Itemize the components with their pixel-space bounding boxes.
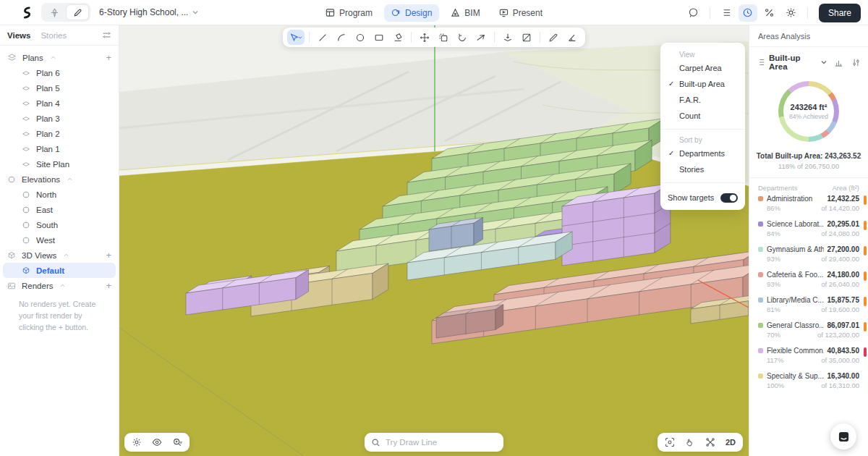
project-title-menu[interactable]: 6-Story High School, ...	[99, 7, 198, 17]
legend-list-icon	[757, 58, 765, 67]
menu-item-far[interactable]: F.A.R.	[660, 93, 745, 109]
select-mode-button[interactable]	[43, 4, 66, 20]
department-row[interactable]: Science Laborat...20,295.0184%of 24,080.…	[758, 220, 859, 237]
department-area-value: 86,097.01	[827, 321, 860, 329]
donut-chart: 243264 ft² 84% Achieved	[749, 74, 868, 145]
scenes-icon[interactable]	[701, 435, 720, 450]
measure-tool[interactable]	[545, 30, 562, 45]
angle-tool[interactable]	[563, 30, 581, 45]
tab-present[interactable]: Present	[492, 4, 550, 22]
chevron-up-icon[interactable]	[51, 56, 56, 59]
tab-label: Design	[405, 8, 432, 18]
metric-selector[interactable]: Built-up Area	[769, 54, 817, 71]
massing-model-3d[interactable]	[119, 25, 749, 456]
tab-program[interactable]: Program	[318, 4, 380, 22]
tree-item-default[interactable]: Default	[3, 263, 116, 278]
tab-bim[interactable]: BIM	[443, 4, 487, 22]
tree-item-plan-6[interactable]: Plan 6	[0, 65, 119, 80]
divider	[807, 7, 808, 19]
chevron-down-icon[interactable]	[821, 60, 827, 64]
menu-item-stories[interactable]: Stories	[660, 162, 745, 178]
copy-tool[interactable]	[435, 30, 452, 45]
tree-section-elevations[interactable]: Elevations	[0, 172, 119, 187]
tree-item-plan-5[interactable]: Plan 5	[0, 80, 119, 96]
tree-section-3d-views[interactable]: 3D Views+	[0, 248, 119, 263]
bar-chart-icon[interactable]	[834, 58, 843, 67]
settings-gear-icon[interactable]	[127, 435, 146, 450]
zoom-to-fit-icon[interactable]	[660, 435, 679, 450]
target-indicator	[864, 246, 867, 256]
rectangle-tool[interactable]	[370, 30, 388, 45]
arc-tool[interactable]	[333, 30, 350, 45]
tree-item-south[interactable]: South	[0, 217, 119, 232]
sidebar-header: Views Stories	[0, 25, 119, 46]
add-button[interactable]: +	[106, 250, 111, 261]
menu-item-count[interactable]: Count	[660, 109, 745, 124]
department-row[interactable]: Specialty & Sup...16,340.00100%of 16,310…	[758, 372, 859, 389]
rotate-tool[interactable]	[454, 30, 471, 45]
department-row[interactable]: Cafeteria & Foo...24,180.0093%of 26,040.…	[758, 271, 859, 288]
department-row[interactable]: Flexible Common...40,843.50117%of 35,000…	[758, 347, 859, 364]
command-search-input[interactable]	[386, 438, 497, 447]
sidebar-tab-views[interactable]: Views	[7, 31, 30, 40]
menu-item-departments[interactable]: Departments	[660, 146, 745, 162]
workspace-tabs: Program Design BIM Present	[318, 0, 550, 25]
add-button[interactable]: +	[106, 280, 111, 291]
tree-item-plan-4[interactable]: Plan 4	[0, 96, 119, 111]
chart-settings-icon[interactable]	[851, 58, 861, 67]
mirror-tool[interactable]	[472, 30, 490, 45]
tree-item-west[interactable]: West	[0, 232, 119, 248]
line-tool[interactable]	[314, 30, 331, 45]
chat-launcher-button[interactable]	[830, 423, 856, 449]
bim-icon	[451, 8, 460, 17]
list-icon[interactable]	[717, 4, 736, 22]
tree-section-plans[interactable]: Plans+	[0, 50, 119, 65]
tree-section-renders[interactable]: Renders+	[0, 278, 119, 293]
plan-icon	[22, 145, 30, 153]
department-row[interactable]: Administration12,432.2586%of 14,420.00	[758, 195, 859, 212]
menu-item-carpet-area[interactable]: Carpet Area	[660, 61, 745, 77]
tab-design[interactable]: Design	[384, 4, 439, 22]
pushpull-tool[interactable]	[499, 30, 516, 45]
total-target-pct: 118% of 206,750.00	[749, 162, 868, 178]
tree-item-site-plan[interactable]: Site Plan	[0, 156, 119, 172]
department-color-swatch	[758, 196, 763, 201]
share-button[interactable]: Share	[819, 4, 861, 22]
shortcuts-icon[interactable]	[760, 4, 779, 22]
tree-item-plan-3[interactable]: Plan 3	[0, 111, 119, 126]
select-tool[interactable]	[287, 30, 305, 45]
pan-hand-icon[interactable]	[681, 435, 699, 450]
chevron-up-icon[interactable]	[60, 284, 65, 287]
viewport-3d[interactable]: View Carpet Area Built-up Area F.A.R. Co…	[119, 25, 749, 456]
filter-icon[interactable]	[102, 30, 111, 40]
tree-item-plan-2[interactable]: Plan 2	[0, 126, 119, 141]
visibility-eye-icon[interactable]	[148, 435, 166, 450]
section-tool[interactable]	[518, 30, 535, 45]
chevron-up-icon[interactable]	[67, 177, 72, 181]
zoom-dropdown[interactable]: ▾	[168, 435, 187, 450]
show-targets-toggle[interactable]	[720, 193, 738, 203]
app-logo-icon[interactable]	[20, 7, 33, 19]
appearance-sun-icon[interactable]	[782, 4, 801, 22]
show-targets-label: Show targets	[668, 193, 714, 202]
department-row[interactable]: Library/Media C...15,875.7581%of 19,600.…	[758, 296, 859, 313]
circle-tool[interactable]	[352, 30, 369, 45]
department-pct: 81%	[767, 305, 780, 313]
comment-icon[interactable]	[684, 4, 703, 22]
tree-item-east[interactable]: East	[0, 202, 119, 217]
history-clock-icon[interactable]	[739, 4, 757, 22]
tab-label: Program	[339, 8, 373, 18]
tree-item-north[interactable]: North	[0, 187, 119, 202]
department-row[interactable]: General Classro...86,097.0170%of 123,200…	[758, 321, 859, 339]
department-row[interactable]: Gymnasium & Ath...27,200.0093%of 29,400.…	[758, 245, 859, 263]
tree-item-plan-1[interactable]: Plan 1	[0, 141, 119, 156]
sidebar-tab-stories[interactable]: Stories	[41, 31, 67, 40]
toggle-2d-button[interactable]: 2D	[721, 438, 740, 447]
add-button[interactable]: +	[106, 52, 111, 63]
draw-mode-button[interactable]	[66, 4, 89, 20]
move-tool[interactable]	[416, 30, 433, 45]
eraser-tool[interactable]	[389, 30, 407, 45]
divider	[710, 7, 710, 19]
chevron-up-icon[interactable]	[64, 253, 69, 257]
menu-item-built-up-area[interactable]: Built-up Area	[660, 77, 745, 93]
